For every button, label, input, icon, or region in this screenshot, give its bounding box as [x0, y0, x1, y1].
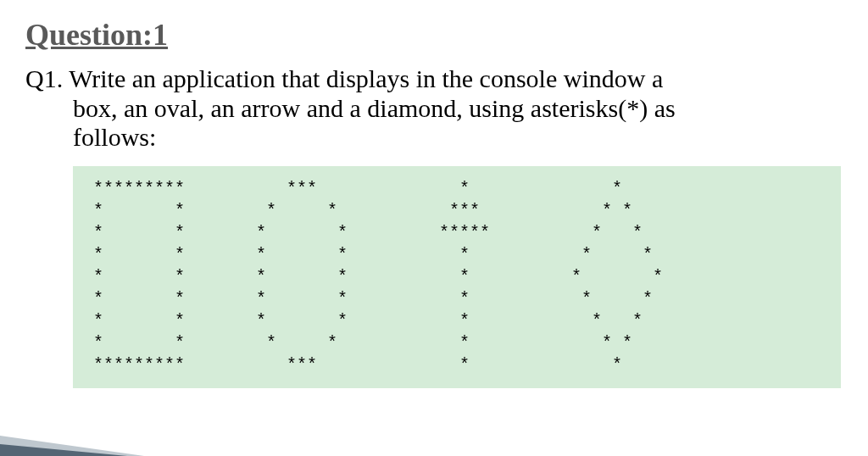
question-line-1: Write an application that displays in th…	[69, 64, 663, 92]
question-line-3: follows:	[25, 123, 843, 153]
slide-corner-accent	[0, 422, 144, 456]
accent-triangle-dark	[0, 444, 127, 456]
slide: Question:1 Q1. Write an application that…	[0, 0, 868, 456]
question-heading: Question:1	[25, 17, 843, 53]
question-text: Q1. Write an application that displays i…	[25, 64, 843, 153]
question-line-2: box, an oval, an arrow and a diamond, us…	[25, 94, 843, 124]
question-label: Q1.	[25, 64, 69, 92]
ascii-output-box: ********* *** * * * * * * *** * * * * * …	[73, 166, 841, 388]
